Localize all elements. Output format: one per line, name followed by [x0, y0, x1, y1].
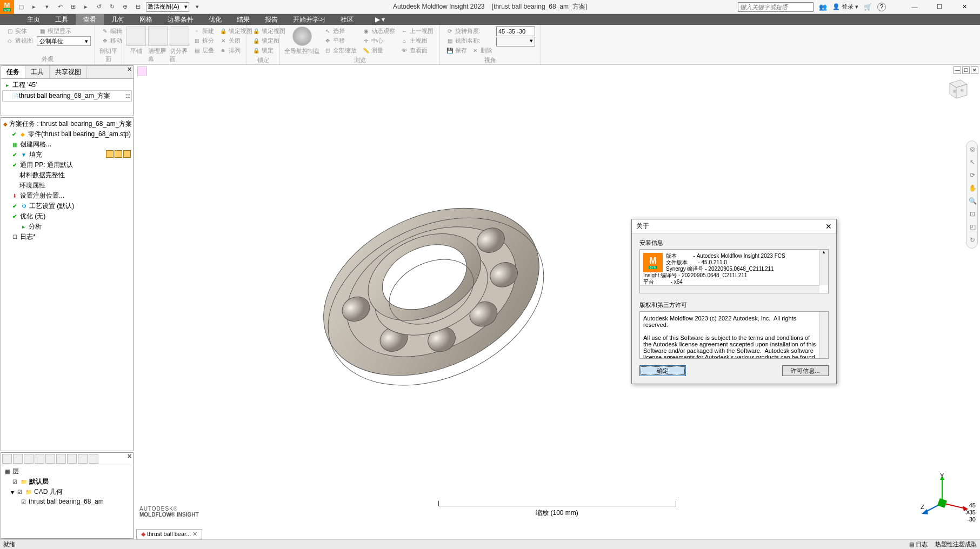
rt-zoom-icon[interactable]: 🔍 [968, 196, 977, 206]
lyr-btn-6[interactable] [56, 454, 66, 464]
minimize-button[interactable]: — [902, 1, 927, 14]
menu-geometry[interactable]: 几何 [104, 14, 132, 25]
layer-part[interactable]: ☑thrust ball bearing_68_am [2, 497, 132, 506]
task-root[interactable]: ◆方案任务 : thrust ball bearing_68_am_方案 [2, 119, 132, 129]
search-input[interactable] [738, 2, 814, 12]
maximize-button[interactable]: ☐ [927, 1, 952, 14]
qat-more-icon[interactable]: ▾ [192, 2, 202, 12]
scenario-mini-icons[interactable] [106, 150, 131, 158]
rb-split2[interactable]: ⊞拆分 [191, 36, 216, 45]
menu-community[interactable]: 社区 [333, 14, 361, 25]
rb-saveview[interactable]: 💾保存 [444, 46, 469, 55]
rb-prevview[interactable]: ←上一视图 [399, 26, 435, 36]
project-file[interactable]: 📄thrust ball bearing_68_am_方案☷ [2, 90, 132, 102]
task-inject[interactable]: ⬇设置注射位置... [2, 191, 132, 201]
qat-run-icon[interactable]: ▸ [81, 2, 91, 12]
rb-unit-combo[interactable]: 公制单位▾ [37, 36, 91, 46]
tab-tasks[interactable]: 任务 [1, 66, 25, 78]
layer-root[interactable]: ▦层 [2, 466, 132, 477]
viewport-tab-close-icon[interactable]: ✕ [192, 531, 197, 538]
lyr-btn-3[interactable] [24, 454, 34, 464]
task-pp[interactable]: ✔通用 PP: 通用默认 [2, 160, 132, 170]
vp-max-icon[interactable]: ☐ [962, 66, 970, 74]
rb-angle-input[interactable] [496, 26, 535, 36]
rb-measure[interactable]: 📏测量 [361, 46, 397, 55]
help-icon[interactable]: ? [877, 3, 886, 11]
vp-close-icon[interactable]: ✕ [971, 66, 978, 74]
menu-optimize[interactable]: 优化 [201, 14, 229, 25]
rb-perspective[interactable]: ◇透视图 [4, 36, 35, 45]
rb-zoomall[interactable]: ⊡全部缩放 [322, 46, 358, 55]
rb-modeldisp[interactable]: ▦模型显示 [37, 26, 91, 36]
qat-new-icon[interactable]: ▢ [16, 2, 26, 12]
menu-boundary[interactable]: 边界条件 [160, 14, 201, 25]
rb-navwheel[interactable]: 全导航控制盘 [284, 26, 320, 55]
search-icon[interactable]: 👥 [819, 3, 827, 11]
rt-orbit-icon[interactable]: ◎ [968, 144, 977, 154]
about-license-button[interactable]: 许可信息... [782, 365, 829, 376]
menu-tools[interactable]: 工具 [48, 14, 76, 25]
task-panel-close-icon[interactable]: ✕ [127, 66, 132, 73]
vp-min-icon[interactable]: — [954, 66, 961, 74]
qat-redo-icon[interactable]: ⊞ [68, 2, 78, 12]
task-matdata[interactable]: 材料数据完整性 [2, 170, 132, 180]
rb-viewname-combo[interactable]: ▾ [496, 37, 535, 46]
viewport-tab-1[interactable]: ◆thrust ball bear...✕ [136, 529, 202, 539]
rb-move[interactable]: ✥移动 [99, 36, 124, 45]
rt-refresh-icon[interactable]: ↻ [968, 235, 977, 245]
menu-play-icon[interactable]: ▶ ▾ [368, 14, 392, 25]
qat-save-icon[interactable]: ▾ [42, 2, 52, 12]
task-analysis[interactable]: ▸分析 [2, 222, 132, 232]
rb-cascade[interactable]: ▤层叠 [191, 46, 216, 55]
qat-open-icon[interactable]: ▸ [29, 2, 39, 12]
tab-shared[interactable]: 共享视图 [50, 66, 87, 78]
about-copyright-scroll[interactable] [819, 312, 828, 358]
viewport-3d[interactable]: — ☐ ✕ [134, 65, 980, 539]
rt-window-icon[interactable]: ◰ [968, 222, 977, 232]
about-close-icon[interactable]: ✕ [825, 222, 832, 231]
layer-panel-close-icon[interactable]: ✕ [127, 453, 132, 460]
menu-start[interactable]: 开始并学习 [285, 14, 333, 25]
rb-new[interactable]: ▫新建 [191, 26, 216, 36]
task-log[interactable]: ☐日志* [2, 232, 132, 242]
lyr-btn-7[interactable] [67, 454, 77, 464]
menu-mesh[interactable]: 网格 [132, 14, 160, 25]
qat-d-icon[interactable]: ⊟ [133, 2, 143, 12]
rb-delview[interactable]: ✕删除 [470, 46, 494, 55]
lyr-btn-8[interactable] [78, 454, 88, 464]
lyr-btn-5[interactable] [45, 454, 55, 464]
rb-split[interactable]: 切分界面 [170, 26, 189, 63]
menu-view[interactable]: 查看 [76, 14, 104, 25]
layer-cad[interactable]: ▾☑📁CAD 几何 [2, 487, 132, 497]
rb-pan[interactable]: ✥平移 [322, 36, 358, 45]
qat-a-icon[interactable]: ↺ [94, 2, 104, 12]
lyr-btn-4[interactable] [35, 454, 44, 464]
menu-home[interactable]: 主页 [19, 14, 48, 25]
task-part[interactable]: ✔◆零件(thrust ball bearing_68_am.stp) [2, 129, 132, 139]
lyr-btn-2[interactable] [13, 454, 23, 464]
rb-dynview[interactable]: ◉动态观察 [361, 26, 397, 36]
qat-undo-icon[interactable]: ↶ [55, 2, 65, 12]
menu-results[interactable]: 结果 [229, 14, 257, 25]
rb-select[interactable]: ↖选择 [322, 26, 358, 36]
rb-homeview[interactable]: ⌂主视图 [399, 36, 435, 45]
rt-select-icon[interactable]: ↖ [968, 157, 977, 167]
qat-activeview-combo[interactable]: 激活视图(A)▾ [146, 2, 189, 12]
qat-c-icon[interactable]: ⊕ [120, 2, 130, 12]
rt-fit-icon[interactable]: ⊡ [968, 209, 977, 219]
qat-b-icon[interactable]: ↻ [107, 2, 117, 12]
task-process[interactable]: ✔⚙工艺设置 (默认) [2, 201, 132, 211]
vp-tool-icon[interactable] [137, 66, 147, 76]
login-button[interactable]: 👤登录▾ [832, 3, 858, 11]
rb-lookat[interactable]: 👁查看面 [399, 46, 435, 55]
task-mesh[interactable]: ▦创建网格... [2, 139, 132, 150]
rt-pan-icon[interactable]: ✋ [968, 183, 977, 193]
menu-report[interactable]: 报告 [257, 14, 285, 25]
viewcube[interactable]: 前右 [943, 75, 970, 102]
about-info-vscroll[interactable] [819, 250, 828, 285]
status-log[interactable]: ▤ 日志 [909, 540, 928, 548]
rb-cleanup[interactable]: 清理屏幕 [148, 26, 168, 63]
about-ok-button[interactable]: 确定 [639, 365, 686, 376]
project-root[interactable]: ▸工程 '45' [2, 80, 132, 90]
about-info-hscroll[interactable] [640, 285, 819, 293]
